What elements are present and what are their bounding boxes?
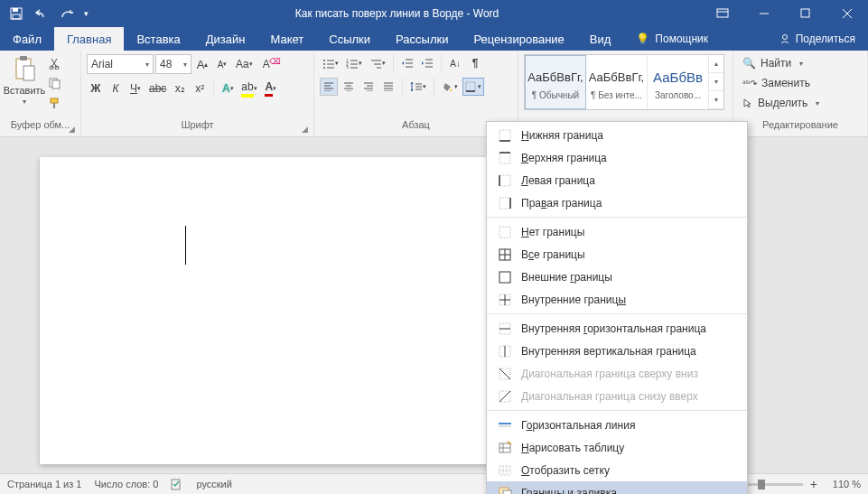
menu-item-label: Левая граница — [521, 174, 595, 187]
borders-menu-item[interactable]: Нет границы — [487, 220, 747, 243]
window-title: Как писать поверх линии в Ворде - Word — [92, 7, 702, 20]
share-button[interactable]: Поделиться — [767, 27, 868, 51]
borders-menu-item[interactable]: Отобразить сетку — [487, 459, 747, 481]
highlight-button[interactable]: ab▾ — [238, 79, 259, 98]
group-editing: 🔍Найти▾ ᵃᵇ↷Заменить Выделить▾ Редактиров… — [733, 51, 868, 136]
tab-layout[interactable]: Макет — [257, 27, 316, 51]
show-marks-button[interactable]: ¶ — [466, 54, 484, 72]
borders-menu-item[interactable]: Правая граница — [487, 191, 747, 214]
zoom-level[interactable]: 110 % — [825, 479, 861, 489]
tab-mailings[interactable]: Рассылки — [383, 27, 461, 51]
style-no-spacing[interactable]: АаБбВвГг,¶ Без инте... — [586, 55, 648, 109]
tab-view[interactable]: Вид — [577, 27, 624, 51]
page-indicator[interactable]: Страница 1 из 1 — [7, 479, 81, 489]
shading-button[interactable]: ▾ — [439, 78, 461, 96]
find-button[interactable]: 🔍Найти▾ — [739, 54, 823, 72]
underline-button[interactable]: Ч▾ — [126, 79, 145, 98]
borders-button[interactable]: ▾ — [462, 78, 484, 96]
svg-rect-95 — [503, 490, 511, 495]
grow-font-button[interactable]: A▴ — [193, 55, 211, 73]
format-painter-button[interactable] — [45, 94, 63, 112]
strikethrough-button[interactable]: abc — [146, 79, 169, 98]
clipboard-dialog-launcher[interactable]: ◢ — [69, 125, 75, 134]
decrease-indent-button[interactable] — [398, 54, 416, 72]
change-case-button[interactable]: Aa▾ — [233, 55, 256, 73]
paste-button[interactable]: Вставить ▾ — [5, 54, 43, 106]
svg-rect-65 — [499, 175, 510, 186]
borders-menu-item[interactable]: Внутренние границы — [487, 288, 747, 311]
increase-indent-button[interactable] — [418, 54, 436, 72]
font-dialog-launcher[interactable]: ◢ — [302, 125, 308, 134]
style-normal[interactable]: АаБбВвГг,¶ Обычный — [525, 55, 586, 109]
align-center-button[interactable] — [340, 78, 358, 96]
font-color-button[interactable]: A▾ — [262, 79, 280, 98]
qat-customize-button[interactable]: ▾ — [79, 0, 92, 27]
menu-item-label: Все границы — [521, 248, 585, 261]
minimize-button[interactable] — [743, 0, 785, 27]
paste-icon — [10, 54, 39, 83]
save-button[interactable] — [4, 0, 29, 27]
spell-check-button[interactable] — [171, 478, 183, 490]
borders-menu-item[interactable]: Левая граница — [487, 169, 747, 191]
clear-formatting-button[interactable]: A⌫ — [257, 55, 275, 73]
svg-point-19 — [323, 60, 325, 61]
borders-menu-item[interactable]: Нижняя граница — [487, 124, 747, 146]
styles-more-button[interactable]: ▴▾▾ — [709, 55, 723, 109]
borders-menu-item[interactable]: Верхняя граница — [487, 146, 747, 169]
share-icon — [779, 33, 790, 44]
borders-menu-item[interactable]: Все границы — [487, 243, 747, 266]
font-name-combo[interactable]: Arial▾ — [87, 54, 154, 74]
maximize-button[interactable] — [785, 0, 826, 27]
title-bar: ▾ Как писать поверх линии в Ворде - Word — [0, 0, 868, 27]
zoom-in-button[interactable]: + — [810, 477, 817, 491]
cut-button[interactable] — [45, 54, 63, 72]
justify-button[interactable] — [379, 78, 397, 96]
multilevel-list-button[interactable]: ▾ — [367, 54, 388, 72]
svg-rect-11 — [20, 56, 27, 61]
svg-text:3: 3 — [346, 65, 349, 69]
borders-menu-item[interactable]: Внутренняя вертикальная граница — [487, 340, 747, 362]
line-spacing-button[interactable]: ▾ — [407, 78, 429, 96]
tell-me-button[interactable]: 💡 Помощник — [623, 27, 721, 51]
borders-menu-item[interactable]: Внутренняя горизонтальная граница — [487, 317, 747, 340]
borders-menu-item[interactable]: Горизонтальная линия — [487, 414, 747, 436]
bullets-button[interactable]: ▾ — [320, 54, 341, 72]
borders-menu-item[interactable]: Границы и заливка... — [487, 481, 747, 494]
close-button[interactable] — [826, 0, 868, 27]
borders-menu-item[interactable]: Внешние границы — [487, 266, 747, 288]
document-page[interactable] — [40, 157, 509, 464]
menu-item-label: Диагональная граница снизу вверх — [521, 390, 698, 403]
text-effects-button[interactable]: A▾ — [219, 79, 237, 98]
styles-gallery[interactable]: АаБбВвГг,¶ Обычный АаБбВвГг,¶ Без инте..… — [524, 54, 724, 110]
tab-insert[interactable]: Вставка — [124, 27, 192, 51]
quick-access-toolbar: ▾ — [0, 0, 92, 27]
redo-button[interactable] — [54, 0, 79, 27]
font-size-combo[interactable]: 48▾ — [155, 54, 191, 74]
numbering-button[interactable]: 123▾ — [343, 54, 365, 72]
language-indicator[interactable]: русский — [196, 479, 231, 489]
svg-rect-67 — [499, 198, 510, 209]
ribbon-display-options-button[interactable] — [702, 0, 743, 27]
tab-design[interactable]: Дизайн — [193, 27, 258, 51]
align-right-button[interactable] — [359, 78, 378, 96]
tab-review[interactable]: Рецензирование — [461, 27, 576, 51]
tab-home[interactable]: Главная — [54, 27, 124, 51]
borders-menu-item[interactable]: Нарисовать таблицу — [487, 436, 747, 459]
align-left-button[interactable] — [320, 78, 338, 96]
italic-button[interactable]: К — [107, 79, 125, 98]
subscript-button[interactable]: x₂ — [171, 79, 189, 98]
select-button[interactable]: Выделить▾ — [739, 94, 823, 112]
undo-button[interactable] — [29, 0, 54, 27]
superscript-button[interactable]: x² — [191, 79, 209, 98]
tab-file[interactable]: Файл — [0, 27, 54, 51]
copy-button[interactable] — [45, 74, 63, 92]
bold-button[interactable]: Ж — [87, 79, 105, 98]
sort-button[interactable]: A↓ — [446, 54, 464, 72]
menu-item-label: Внешние границы — [521, 271, 612, 284]
shrink-font-button[interactable]: A▾ — [213, 55, 231, 73]
zoom-slider-thumb[interactable] — [758, 480, 765, 489]
replace-button[interactable]: ᵃᵇ↷Заменить — [739, 74, 823, 92]
style-heading-1[interactable]: АаБбВвЗаголово... — [648, 55, 709, 109]
tab-references[interactable]: Ссылки — [316, 27, 383, 51]
word-count[interactable]: Число слов: 0 — [94, 479, 158, 489]
